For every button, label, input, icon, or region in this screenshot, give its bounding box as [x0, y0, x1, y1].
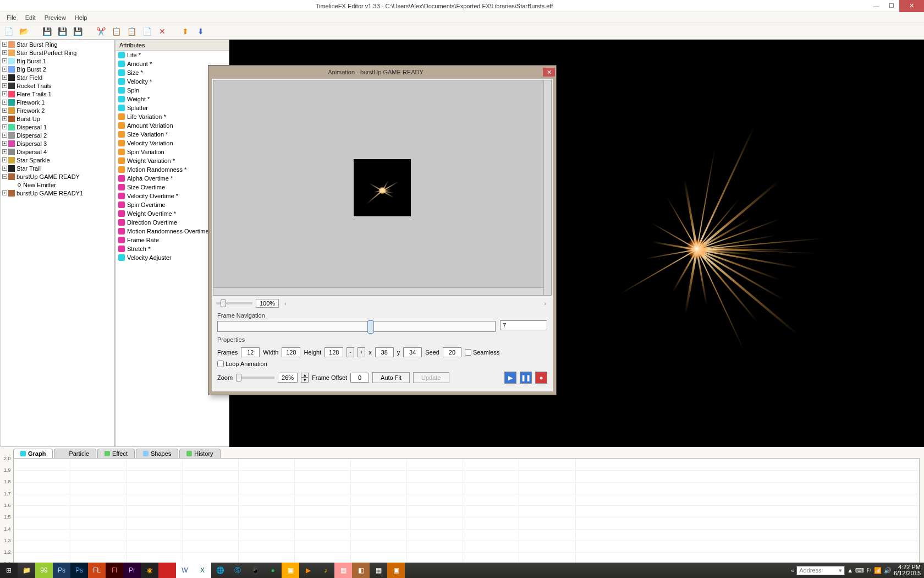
dialog-close-button[interactable]: ✕ — [543, 68, 555, 77]
photoshop2-icon[interactable]: Ps — [70, 563, 88, 578]
x-input[interactable] — [375, 347, 394, 357]
play-button[interactable]: ▶ — [504, 372, 516, 384]
app6-icon[interactable]: ▦ — [334, 563, 352, 578]
paste-icon[interactable]: 📋 — [125, 25, 138, 37]
start-button[interactable]: ⊞ — [0, 563, 18, 578]
chrome-icon[interactable]: 🌐 — [211, 563, 229, 578]
flash-icon[interactable]: FL — [88, 563, 106, 578]
update-button[interactable]: Update — [413, 372, 449, 383]
tree-item[interactable]: +Rocket Trails — [1, 81, 114, 90]
tree-item[interactable]: +Star BurstPerfect Ring — [1, 48, 114, 57]
effect-tree[interactable]: +Star Burst Ring+Star BurstPerfect Ring+… — [1, 40, 115, 447]
tree-item[interactable]: +Dispersal 2 — [1, 131, 114, 139]
export-up-icon[interactable]: ⬆ — [179, 25, 191, 37]
attribute-item[interactable]: Life * — [116, 51, 229, 59]
new-doc-icon[interactable]: 📄 — [141, 25, 153, 37]
next-frame-icon[interactable]: › — [542, 300, 548, 307]
app2-icon[interactable] — [158, 563, 176, 578]
tab-history[interactable]: History — [179, 449, 220, 458]
save-all-icon[interactable]: 💾 — [72, 25, 84, 37]
decrease-button[interactable]: - — [346, 347, 354, 357]
frame-offset-input[interactable] — [350, 373, 369, 383]
taskbar[interactable]: ⊞ 📁 99 Ps Ps FL Fl Pr ◉ W X 🌐 Ⓢ 📱 ● ▣ ▶ … — [0, 563, 924, 578]
pause-button[interactable]: ❚❚ — [520, 372, 532, 384]
frame-slider[interactable] — [217, 321, 496, 332]
menu-edit[interactable]: Edit — [21, 13, 40, 22]
preview-hscrollbar[interactable] — [213, 287, 543, 295]
record-button[interactable]: ● — [535, 372, 547, 384]
menu-preview[interactable]: Preview — [40, 13, 70, 22]
tree-item[interactable]: +Star Sparkle — [1, 156, 114, 164]
premiere-icon[interactable]: Pr — [123, 563, 141, 578]
address-bar[interactable]: Address▾ — [796, 566, 845, 575]
app7-icon[interactable]: ◧ — [352, 563, 370, 578]
minimize-button[interactable]: — — [868, 0, 884, 12]
flag-icon[interactable]: ⚐ — [866, 567, 872, 574]
keyboard-icon[interactable]: ⌨ — [855, 567, 864, 574]
copy-icon[interactable]: 📋 — [110, 25, 122, 37]
tree-item[interactable]: +Dispersal 4 — [1, 148, 114, 156]
menu-file[interactable]: File — [2, 13, 21, 22]
tree-item[interactable]: New Emitter — [1, 181, 114, 189]
graph-area[interactable]: 2.01.91.81.71.61.51.41.31.21.11.00.90.80… — [13, 458, 920, 578]
tab-shapes[interactable]: Shapes — [136, 449, 178, 458]
app1-icon[interactable]: ◉ — [141, 563, 158, 578]
cut-icon[interactable]: ✂️ — [95, 25, 107, 37]
tray-icon[interactable]: ▲ — [847, 567, 853, 574]
tree-item[interactable]: +Flare Trails 1 — [1, 90, 114, 98]
tab-graph[interactable]: Graph — [13, 449, 53, 458]
explorer-icon[interactable]: 📁 — [18, 563, 35, 578]
tree-item[interactable]: +Dispersal 3 — [1, 139, 114, 148]
width-input[interactable] — [282, 347, 300, 357]
tree-item[interactable]: +Dispersal 1 — [1, 123, 114, 131]
frames-input[interactable] — [241, 347, 260, 357]
height-input[interactable] — [324, 347, 343, 357]
photoshop-icon[interactable]: Ps — [53, 563, 70, 578]
tab-effect[interactable]: Effect — [97, 449, 135, 458]
save-icon[interactable]: 💾 — [41, 25, 53, 37]
app9-icon[interactable]: ▣ — [387, 563, 405, 578]
tree-item[interactable]: +Star Trail — [1, 164, 114, 172]
tree-item[interactable]: +Star Burst Ring — [1, 40, 114, 48]
app8-icon[interactable]: ▦ — [370, 563, 387, 578]
skype-icon[interactable]: Ⓢ — [229, 563, 246, 578]
zoom-down-icon[interactable]: ▾ — [301, 378, 309, 383]
tree-item[interactable]: +Star Field — [1, 73, 114, 81]
network-icon[interactable]: 📶 — [874, 567, 882, 574]
autofit-button[interactable]: Auto Fit — [372, 372, 410, 383]
zoom-input[interactable] — [278, 373, 298, 383]
new-icon[interactable]: 📄 — [2, 25, 14, 37]
notepad-icon[interactable]: 99 — [35, 563, 53, 578]
zoom-slider[interactable] — [236, 377, 274, 379]
seed-input[interactable] — [443, 347, 461, 357]
loop-animation-checkbox[interactable]: Loop Animation — [217, 361, 267, 367]
flash2-icon[interactable]: Fl — [106, 563, 123, 578]
app4-icon[interactable]: ▣ — [282, 563, 299, 578]
maximize-button[interactable]: ☐ — [884, 0, 899, 12]
word-icon[interactable]: W — [176, 563, 194, 578]
tree-item[interactable]: +Burst Up — [1, 114, 114, 123]
increase-button[interactable]: + — [358, 347, 365, 357]
tab-particle[interactable]: Particle — [54, 449, 96, 458]
excel-icon[interactable]: X — [194, 563, 211, 578]
import-down-icon[interactable]: ⬇ — [195, 25, 207, 37]
media-icon[interactable]: ▶ — [299, 563, 317, 578]
tree-item[interactable]: +Firework 2 — [1, 106, 114, 114]
spotify-icon[interactable]: ● — [264, 563, 282, 578]
frame-number-input[interactable] — [500, 320, 547, 330]
tree-item[interactable]: +Big Burst 2 — [1, 65, 114, 73]
open-icon[interactable]: 📂 — [18, 25, 30, 37]
volume-icon[interactable]: 🔊 — [884, 567, 892, 574]
menu-help[interactable]: Help — [70, 13, 92, 22]
preview-vscrollbar[interactable] — [543, 80, 551, 295]
tree-item[interactable]: +Firework 1 — [1, 98, 114, 106]
dialog-titlebar[interactable]: Animation - burstUp GAME READY ✕ — [208, 66, 556, 79]
app5-icon[interactable]: ♪ — [317, 563, 334, 578]
prev-frame-icon[interactable]: ‹ — [282, 300, 289, 307]
y-input[interactable] — [403, 347, 422, 357]
delete-icon[interactable]: ✕ — [156, 25, 168, 37]
clock[interactable]: 4:22 PM 6/12/2015 — [894, 564, 921, 576]
tree-item[interactable]: +burstUp GAME READY1 — [1, 189, 114, 197]
close-button[interactable]: ✕ — [899, 0, 924, 12]
app3-icon[interactable]: 📱 — [246, 563, 264, 578]
